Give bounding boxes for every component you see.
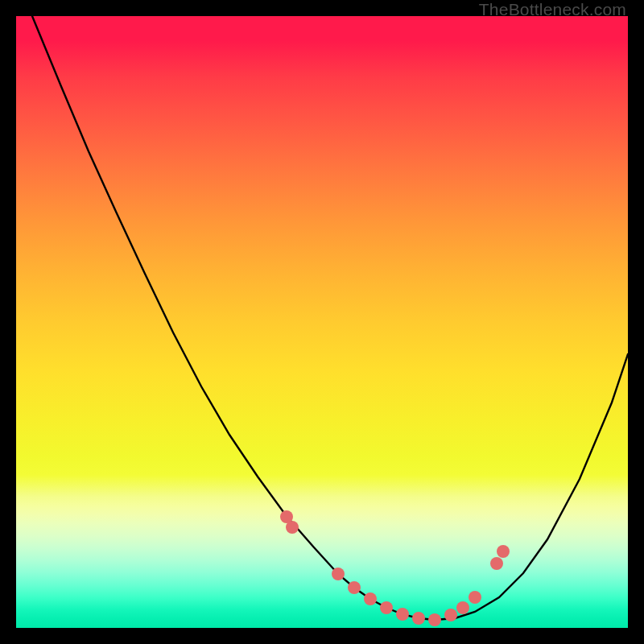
curve-point-markers <box>280 510 510 626</box>
curve-point <box>428 613 441 626</box>
curve-point <box>380 601 393 614</box>
curve-point <box>469 591 481 604</box>
curve-point <box>412 612 425 625</box>
chart-svg <box>16 16 628 628</box>
curve-point <box>490 557 503 570</box>
curve-point <box>364 592 377 605</box>
curve-point <box>286 521 299 534</box>
curve-point <box>396 608 409 621</box>
curve-point <box>497 545 510 558</box>
curve-point <box>444 609 457 621</box>
watermark-text: TheBottleneck.com <box>479 0 626 19</box>
curve-point <box>332 568 345 580</box>
chart-plot-area <box>16 16 628 628</box>
curve-point <box>348 581 361 594</box>
bottleneck-curve <box>32 16 628 620</box>
curve-point <box>456 601 469 614</box>
